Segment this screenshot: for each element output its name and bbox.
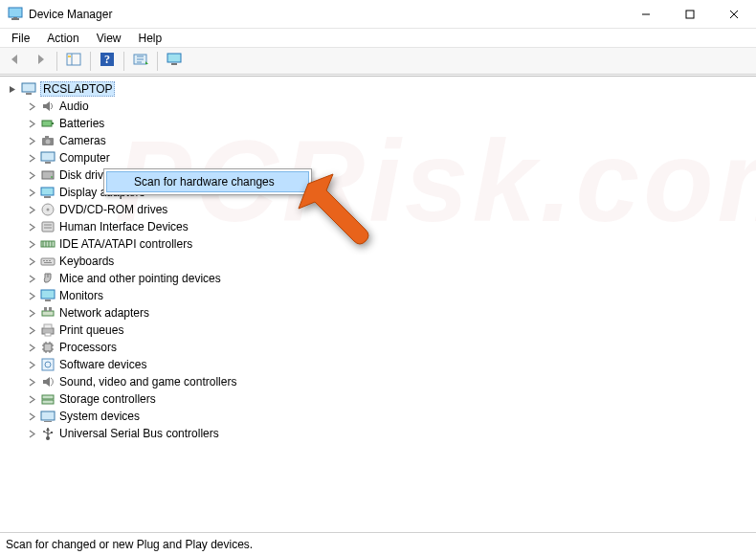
- tree-item[interactable]: Software devices: [25, 356, 756, 373]
- svg-rect-67: [44, 421, 52, 422]
- device-category-icon: [40, 167, 56, 183]
- arrow-right-icon: [33, 53, 48, 69]
- maximize-button[interactable]: [668, 0, 712, 29]
- device-category-icon: [40, 322, 56, 338]
- expander-icon[interactable]: [6, 82, 19, 96]
- svg-point-21: [46, 140, 51, 144]
- tree-item-label: Monitors: [59, 289, 103, 302]
- device-category-icon: [40, 219, 56, 234]
- tree-item[interactable]: Monitors: [25, 287, 756, 304]
- tree-item[interactable]: DVD/CD-ROM drives: [25, 201, 756, 218]
- tree-item[interactable]: Universal Serial Bus controllers: [25, 425, 756, 442]
- minimize-button[interactable]: [624, 0, 668, 29]
- svg-rect-42: [49, 260, 51, 261]
- device-category-icon: [40, 202, 56, 217]
- expander-icon[interactable]: [25, 203, 38, 216]
- svg-point-30: [47, 209, 50, 211]
- window-title: Device Manager: [29, 8, 112, 21]
- svg-rect-65: [42, 400, 54, 404]
- back-button[interactable]: [4, 51, 27, 72]
- toolbar-separator: [90, 52, 91, 71]
- expander-icon[interactable]: [25, 392, 38, 406]
- tree-item[interactable]: System devices: [25, 408, 756, 425]
- tree-item[interactable]: Batteries: [25, 115, 756, 132]
- menu-action[interactable]: Action: [39, 30, 86, 47]
- menubar: File Action View Help: [0, 29, 756, 48]
- device-category-icon: [40, 391, 56, 407]
- svg-rect-27: [41, 188, 54, 195]
- expander-icon[interactable]: [25, 375, 38, 388]
- tree-item[interactable]: Computer: [25, 149, 756, 166]
- expander-icon[interactable]: [25, 117, 38, 130]
- tree-item-label: Storage controllers: [59, 392, 156, 406]
- device-category-icon: [40, 150, 56, 166]
- context-menu: Scan for hardware changes: [103, 168, 312, 195]
- expander-icon[interactable]: [25, 358, 38, 371]
- scan-hardware-button[interactable]: [129, 51, 152, 72]
- expander-icon[interactable]: [25, 341, 38, 354]
- computer-icon: [21, 81, 36, 97]
- tree-item[interactable]: Audio: [25, 98, 756, 115]
- tree-item[interactable]: Keyboards: [25, 253, 756, 270]
- svg-rect-48: [44, 307, 47, 311]
- expander-icon[interactable]: [25, 427, 38, 440]
- expander-icon[interactable]: [25, 151, 38, 165]
- svg-rect-18: [42, 121, 52, 126]
- expander-icon[interactable]: [25, 100, 38, 113]
- svg-rect-45: [41, 290, 55, 299]
- expander-icon[interactable]: [25, 306, 38, 320]
- ctx-scan-hardware-changes[interactable]: Scan for hardware changes: [106, 171, 309, 192]
- tree-item[interactable]: Mice and other pointing devices: [25, 270, 756, 287]
- device-category-icon: [40, 305, 56, 321]
- svg-rect-23: [41, 152, 55, 161]
- device-category-icon: [40, 374, 56, 389]
- tree-item-label: Processors: [59, 341, 117, 354]
- tree-item[interactable]: Sound, video and game controllers: [25, 373, 756, 390]
- monitor-button[interactable]: [163, 51, 186, 72]
- svg-rect-47: [42, 311, 54, 316]
- tree-item[interactable]: Human Interface Devices: [25, 218, 756, 235]
- svg-rect-73: [51, 432, 53, 433]
- svg-point-71: [43, 431, 45, 433]
- device-tree-pane[interactable]: RCSLAPTOP AudioBatteriesCamerasComputerD…: [0, 76, 756, 523]
- forward-button[interactable]: [29, 51, 52, 72]
- menu-view[interactable]: View: [89, 30, 129, 47]
- tree-item-label: Cameras: [59, 134, 106, 147]
- device-category-icon: [40, 99, 56, 114]
- expander-icon[interactable]: [25, 289, 38, 302]
- svg-rect-2: [13, 17, 17, 18]
- menu-file[interactable]: File: [4, 30, 37, 47]
- expander-icon[interactable]: [25, 410, 38, 423]
- svg-rect-46: [45, 300, 51, 301]
- tree-item[interactable]: Cameras: [25, 132, 756, 149]
- statusbar-text: Scan for changed or new Plug and Play de…: [6, 538, 253, 551]
- tree-item[interactable]: Storage controllers: [25, 390, 756, 408]
- help-button[interactable]: ?: [96, 51, 119, 72]
- expander-icon[interactable]: [25, 134, 38, 147]
- menu-help[interactable]: Help: [131, 30, 170, 47]
- expander-icon[interactable]: [25, 168, 38, 182]
- device-category-icon: [40, 340, 56, 355]
- titlebar: Device Manager: [0, 0, 756, 29]
- statusbar: Scan for changed or new Plug and Play de…: [0, 532, 756, 555]
- tree-item[interactable]: Print queues: [25, 322, 756, 339]
- expander-icon[interactable]: [25, 220, 38, 233]
- svg-rect-28: [44, 196, 51, 198]
- expander-icon[interactable]: [25, 272, 38, 285]
- device-category-icon: [40, 133, 56, 148]
- tree-root[interactable]: RCSLAPTOP: [6, 80, 756, 98]
- tree-item-label: Sound, video and game controllers: [59, 375, 236, 388]
- tree-item-label: Keyboards: [59, 255, 114, 268]
- expander-icon[interactable]: [25, 255, 38, 268]
- expander-icon[interactable]: [25, 186, 38, 199]
- tree-item[interactable]: Network adapters: [25, 304, 756, 322]
- tree-item[interactable]: IDE ATA/ATAPI controllers: [25, 235, 756, 253]
- svg-rect-22: [45, 136, 49, 138]
- expander-icon[interactable]: [25, 323, 38, 337]
- close-button[interactable]: [712, 0, 756, 29]
- tree-item[interactable]: Processors: [25, 339, 756, 356]
- show-hide-tree-button[interactable]: [62, 51, 85, 72]
- device-category-icon: [40, 357, 56, 372]
- expander-icon[interactable]: [25, 237, 38, 251]
- device-category-icon: [40, 271, 56, 286]
